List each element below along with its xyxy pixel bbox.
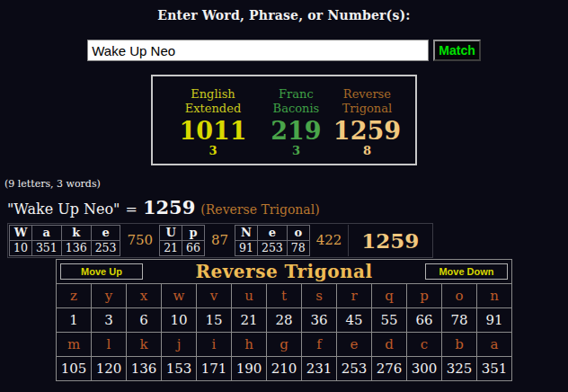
chart-letter-cell: e	[337, 333, 372, 357]
chart-value-cell: 6	[127, 308, 162, 333]
chart-value-cell: 15	[197, 308, 232, 333]
word-sum: 87	[205, 225, 235, 256]
chart-letter-cell: w	[162, 284, 197, 308]
chart-letter-cell: b	[442, 333, 477, 357]
cipher-english-extended[interactable]: English Extended 1011 3	[167, 85, 259, 156]
equation-line: "Wake Up Neo" = 1259 (Reverse Trigonal)	[7, 196, 568, 218]
chart-letter-cell: x	[127, 284, 162, 308]
chart-letter-cell: q	[372, 284, 407, 308]
chart-value-row: 105 120 136 153 171 190 210 231 253 276 …	[57, 357, 512, 381]
chart-value-cell: 36	[302, 308, 337, 333]
phrase-input[interactable]	[87, 40, 429, 61]
chart-value-cell: 153	[162, 357, 197, 381]
chart-letter-cell: a	[477, 333, 512, 357]
chart-letter-cell: t	[267, 284, 302, 308]
chart-value-cell: 325	[442, 357, 477, 381]
letter-cell: N	[235, 225, 258, 240]
cipher-name: Reverse Trigonal	[333, 85, 401, 116]
letter-cell: e	[257, 225, 287, 240]
chart-value-cell: 300	[407, 357, 442, 381]
cipher-chart-section: Move Up Reverse Trigonal Move Down z y x…	[56, 259, 512, 381]
letter-value-cell: 10	[10, 240, 32, 255]
chart-value-cell: 351	[477, 357, 512, 381]
match-button[interactable]: Match	[433, 40, 480, 61]
chart-letter-cell: z	[57, 284, 92, 308]
cipher-value: 1011	[167, 118, 259, 145]
letter-value-cell: 21	[160, 240, 182, 255]
cipher-summary-box: English Extended 1011 3 Franc Baconis 21…	[151, 75, 417, 165]
equation-cipher-name: (Reverse Trigonal)	[200, 202, 319, 217]
letter-cell: k	[61, 225, 91, 240]
letter-value-cell: 253	[91, 240, 120, 255]
chart-letter-cell: k	[127, 333, 162, 357]
chart-value-cell: 1	[57, 308, 92, 333]
word-breakdown-strip: W a k e 10 351 136 253 750 U p 21 66 87	[7, 223, 433, 258]
chart-title: Reverse Trigonal	[195, 261, 372, 282]
chart-value-cell: 190	[232, 357, 267, 381]
chart-value-row: 1 3 6 10 15 21 28 36 45 55 66 78 91	[57, 308, 512, 333]
chart-letter-cell: g	[267, 333, 302, 357]
page-title: Enter Word, Phrase, or Number(s):	[0, 0, 568, 22]
chart-letter-cell: v	[197, 284, 232, 308]
chart-value-cell: 231	[302, 357, 337, 381]
letter-cell: a	[31, 225, 61, 240]
word-group-neo: N e o 91 253 78	[235, 225, 310, 256]
chart-letter-cell: n	[477, 284, 512, 308]
chart-letter-cell: c	[407, 333, 442, 357]
chart-value-cell: 171	[197, 357, 232, 381]
chart-letter-cell: r	[337, 284, 372, 308]
chart-letter-cell: p	[407, 284, 442, 308]
word-sum: 750	[120, 225, 159, 256]
chart-letter-cell: f	[302, 333, 337, 357]
letter-value-cell: 78	[287, 240, 309, 255]
cipher-name: English Extended	[167, 85, 259, 116]
chart-value-cell: 10	[162, 308, 197, 333]
chart-value-cell: 136	[127, 357, 162, 381]
chart-value-cell: 45	[337, 308, 372, 333]
letter-cell: e	[91, 225, 120, 240]
chart-value-cell: 28	[267, 308, 302, 333]
chart-letter-cell: d	[372, 333, 407, 357]
chart-letter-cell: j	[162, 333, 197, 357]
phrase-total: 1259	[348, 225, 431, 256]
letter-value-cell: 91	[235, 240, 258, 255]
letter-cell: p	[182, 225, 205, 240]
chart-letter-cell: m	[57, 333, 92, 357]
letter-value-cell: 66	[182, 240, 205, 255]
equation-equals: =	[125, 200, 137, 218]
chart-letter-cell: o	[442, 284, 477, 308]
letter-value-cell: 136	[61, 240, 91, 255]
move-down-button[interactable]: Move Down	[425, 263, 508, 280]
letters-words-note: (9 letters, 3 words)	[4, 178, 568, 190]
chart-letter-cell: u	[232, 284, 267, 308]
word-group-wake: W a k e 10 351 136 253	[9, 225, 120, 256]
chart-letter-row: z y x w v u t s r q p o n	[57, 284, 512, 308]
cipher-value: 219	[259, 118, 333, 145]
chart-letter-cell: i	[197, 333, 232, 357]
move-up-button[interactable]: Move Up	[60, 263, 143, 280]
chart-value-cell: 253	[337, 357, 372, 381]
chart-value-cell: 105	[57, 357, 92, 381]
chart-letter-cell: l	[92, 333, 127, 357]
word-sum: 422	[310, 225, 349, 256]
search-row: Match	[0, 40, 568, 61]
letter-cell: W	[10, 225, 32, 240]
cipher-chart-table: Move Up Reverse Trigonal Move Down z y x…	[56, 259, 512, 381]
equation-phrase: "Wake Up Neo"	[7, 200, 120, 218]
chart-value-cell: 210	[267, 357, 302, 381]
cipher-franc-baconis[interactable]: Franc Baconis 219 3	[259, 85, 333, 156]
letter-cell: o	[287, 225, 309, 240]
letter-value-cell: 351	[31, 240, 61, 255]
chart-letter-cell: s	[302, 284, 337, 308]
chart-value-cell: 55	[372, 308, 407, 333]
chart-header: Move Up Reverse Trigonal Move Down	[57, 260, 512, 284]
chart-letter-cell: y	[92, 284, 127, 308]
chart-value-cell: 91	[477, 308, 512, 333]
cipher-reduction: 3	[167, 145, 259, 156]
chart-value-cell: 66	[407, 308, 442, 333]
cipher-reverse-trigonal[interactable]: Reverse Trigonal 1259 8	[333, 85, 401, 156]
letter-cell: U	[160, 225, 182, 240]
chart-value-cell: 78	[442, 308, 477, 333]
cipher-value: 1259	[333, 118, 401, 145]
word-group-up: U p 21 66	[159, 225, 205, 256]
